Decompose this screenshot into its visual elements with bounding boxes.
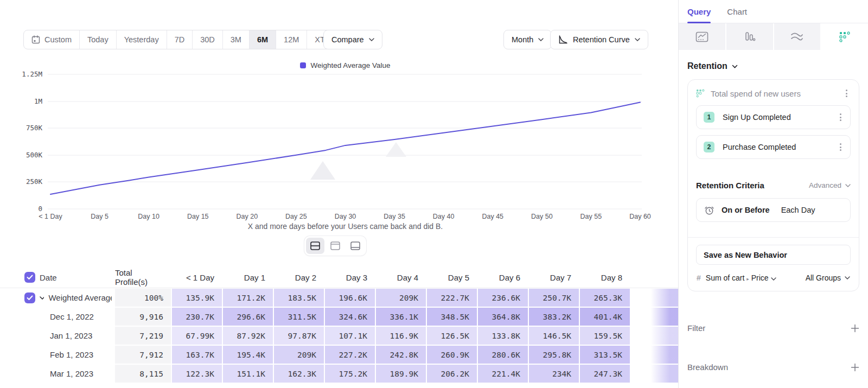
retention-value-cell[interactable]: 206.2K	[427, 365, 478, 384]
retention-value-cell[interactable]: 87.92K	[223, 327, 274, 346]
add-breakdown-button[interactable]	[851, 363, 859, 372]
measure-type-select[interactable]: Retention	[687, 61, 859, 71]
retention-value-cell[interactable]: 195.4K	[223, 346, 274, 365]
range-today-button[interactable]: Today	[80, 30, 117, 49]
retention-tab[interactable]	[821, 23, 868, 50]
retention-value-cell[interactable]: 222.7K	[427, 289, 478, 308]
granularity-button[interactable]: Month	[503, 30, 552, 49]
range-yesterday-button[interactable]: Yesterday	[117, 30, 167, 49]
groups-select[interactable]: All Groups	[806, 273, 850, 282]
tab-query[interactable]: Query	[687, 0, 711, 23]
save-as-new-behavior-button[interactable]: Save as New Behavior	[696, 245, 851, 265]
date-cell[interactable]: Feb 1, 2023	[0, 346, 115, 365]
step-row-2[interactable]: 2 Purchase Completed	[696, 135, 851, 159]
retention-value-cell[interactable]: 116.9K	[376, 327, 427, 346]
range-3m-button[interactable]: 3M	[223, 30, 250, 49]
date-cell[interactable]: Jan 1, 2023	[0, 327, 115, 346]
layout-split-view-button[interactable]	[306, 238, 324, 254]
range-label: 3M	[231, 35, 241, 44]
y-tick-label: 0	[0, 205, 42, 213]
range-6m-button[interactable]: 6M	[250, 30, 276, 49]
behavior-header[interactable]: Total spend of new users	[696, 87, 851, 99]
date-cell[interactable]: Weighted Average ...	[0, 289, 115, 308]
retention-value-cell[interactable]: 183.5K	[274, 289, 325, 308]
retention-bound-row[interactable]: On or Before Each Day	[696, 198, 851, 222]
retention-value-cell[interactable]: 295.8K	[529, 346, 580, 365]
date-cell[interactable]: Dec 1, 2022	[0, 308, 115, 327]
row-checkbox[interactable]	[24, 292, 35, 303]
retention-value-cell[interactable]: 242.8K	[376, 346, 427, 365]
retention-value-cell[interactable]: 383.2K	[529, 308, 580, 327]
card-divider	[688, 237, 859, 238]
retention-value-cell[interactable]: 163.7K	[172, 346, 223, 365]
retention-value-cell[interactable]: 227.2K	[325, 346, 376, 365]
aggregation-select[interactable]: Sum of cart ▸ Price	[706, 273, 776, 282]
range-12m-button[interactable]: 12M	[276, 30, 307, 49]
retention-value-cell[interactable]: 97.87K	[274, 327, 325, 346]
watermark-triangle	[310, 161, 335, 180]
retention-value-cell[interactable]: 313.5K	[580, 346, 631, 365]
aggregation-row: # Sum of cart ▸ Price All Groups	[696, 273, 851, 282]
tab-chart[interactable]: Chart	[727, 0, 747, 23]
kebab-menu-icon[interactable]	[837, 141, 845, 153]
retention-value-cell[interactable]: 324.6K	[325, 308, 376, 327]
retention-value-cell[interactable]: 280.6K	[478, 346, 529, 365]
chart-type-button[interactable]: Retention Curve	[550, 30, 648, 49]
retention-value-cell[interactable]: 230.7K	[172, 308, 223, 327]
retention-value-cell[interactable]: 133.8K	[478, 327, 529, 346]
retention-value-cell[interactable]: 260.9K	[427, 346, 478, 365]
x-tick-label: Day 20	[224, 213, 270, 220]
compare-button[interactable]: Compare	[323, 30, 382, 49]
retention-value-cell[interactable]: 364.8K	[478, 308, 529, 327]
x-tick-label: Day 55	[568, 213, 614, 220]
retention-value-cell[interactable]: 171.2K	[223, 289, 274, 308]
retention-value-cell[interactable]: 107.1K	[325, 327, 376, 346]
kebab-menu-icon[interactable]	[837, 111, 845, 123]
layout-chart-view-button[interactable]	[326, 238, 344, 254]
retention-value-cell[interactable]: 209K	[274, 346, 325, 365]
retention-value-cell[interactable]: 126.5K	[427, 327, 478, 346]
select-all-checkbox[interactable]	[24, 272, 35, 283]
retention-value-cell[interactable]: 189.9K	[376, 365, 427, 384]
retention-value-cell[interactable]: 247.3K	[580, 365, 631, 384]
y-tick-label: 1M	[0, 97, 42, 105]
retention-value-cell[interactable]: 336.1K	[376, 308, 427, 327]
flow-chart-tab[interactable]	[774, 23, 822, 50]
date-cell[interactable]: Mar 1, 2023	[0, 365, 115, 384]
table-row: Feb 1, 20237,912163.7K195.4K209K227.2K24…	[0, 346, 678, 365]
retention-value-cell[interactable]: 250.7K	[529, 289, 580, 308]
retention-value-cell[interactable]: 159.5K	[580, 327, 631, 346]
retention-value-cell[interactable]: 162.3K	[274, 365, 325, 384]
layout-table-view-button[interactable]	[346, 238, 365, 254]
range-7d-button[interactable]: 7D	[167, 30, 193, 49]
criteria-mode-select[interactable]: Advanced	[809, 181, 851, 189]
chevron-down-icon	[635, 38, 640, 41]
range-30d-button[interactable]: 30D	[193, 30, 223, 49]
retention-value-cell[interactable]: 236.6K	[478, 289, 529, 308]
chart-canvas[interactable]	[0, 54, 678, 222]
line-chart-tab[interactable]	[679, 23, 726, 50]
retention-value-cell[interactable]: 234K	[529, 365, 580, 384]
behavior-grid-icon	[696, 89, 705, 98]
retention-value-cell[interactable]: 401.4K	[580, 308, 631, 327]
range-custom-button[interactable]: Custom	[24, 30, 80, 49]
retention-value-cell[interactable]: 67.99K	[172, 327, 223, 346]
bar-chart-tab[interactable]	[726, 23, 774, 50]
retention-value-cell[interactable]: 196.6K	[325, 289, 376, 308]
add-filter-button[interactable]	[851, 324, 859, 333]
retention-value-cell[interactable]: 265.3K	[580, 289, 631, 308]
retention-value-cell[interactable]: 151.1K	[223, 365, 274, 384]
retention-value-cell[interactable]: 122.3K	[172, 365, 223, 384]
retention-value-cell[interactable]: 209K	[376, 289, 427, 308]
retention-value-cell[interactable]: 175.2K	[325, 365, 376, 384]
retention-value-cell[interactable]: 311.5K	[274, 308, 325, 327]
retention-value-cell[interactable]: 135.9K	[172, 289, 223, 308]
retention-value-cell[interactable]: 296.6K	[223, 308, 274, 327]
expand-chevron-icon[interactable]	[40, 296, 44, 300]
retention-value-cell[interactable]: 221.4K	[478, 365, 529, 384]
retention-value-cell[interactable]: 348.5K	[427, 308, 478, 327]
kebab-menu-icon[interactable]	[843, 87, 851, 99]
column-header-label: Date	[40, 273, 57, 282]
step-row-1[interactable]: 1 Sign Up Completed	[696, 105, 851, 129]
retention-value-cell[interactable]: 146.5K	[529, 327, 580, 346]
